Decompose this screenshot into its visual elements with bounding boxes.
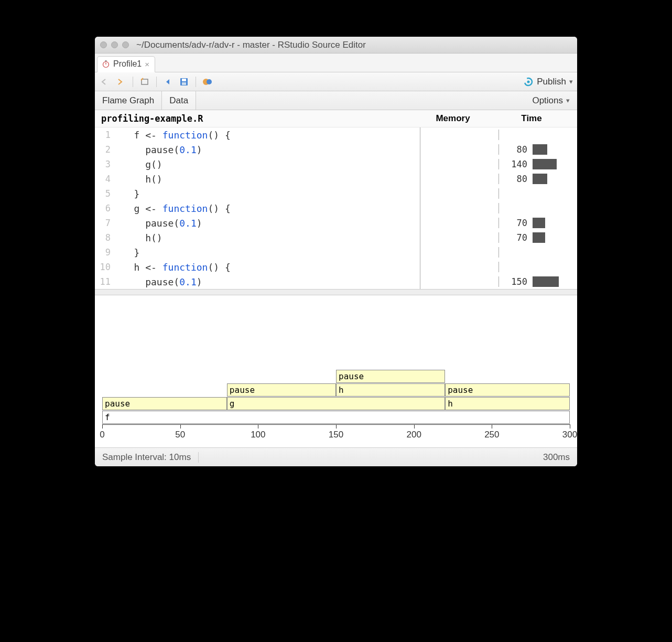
- line-number: 1: [95, 130, 117, 140]
- line-number: 10: [95, 262, 117, 272]
- time-value: 70: [499, 232, 530, 243]
- total-time-label: 300ms: [543, 452, 570, 463]
- svg-point-8: [207, 79, 212, 84]
- stopwatch-icon: [102, 60, 110, 68]
- svg-rect-5: [182, 79, 186, 81]
- memory-cell: [420, 274, 498, 289]
- tab-data[interactable]: Data: [162, 91, 196, 110]
- time-bar: [530, 218, 577, 228]
- tick-label: 300: [562, 430, 577, 440]
- time-cell: [498, 247, 577, 258]
- options-label: Options: [532, 95, 563, 106]
- sample-interval-label: Sample Interval: 10ms: [102, 452, 199, 463]
- code-text: g <- function() {: [117, 203, 420, 214]
- time-cell: [498, 188, 577, 199]
- flame-frame-h[interactable]: h: [336, 383, 445, 397]
- time-cell: [498, 203, 577, 213]
- code-line[interactable]: 2 pause(0.1)80: [95, 142, 577, 157]
- time-bar: [530, 188, 577, 199]
- code-line[interactable]: 11 pause(0.1)150: [95, 274, 577, 289]
- flame-frame-g[interactable]: g: [227, 397, 445, 410]
- window-title: ~/Documents/adv-r/adv-r - master - RStud…: [136, 40, 366, 50]
- zoom-window-button[interactable]: [122, 41, 129, 48]
- chevron-down-icon: ▾: [566, 97, 570, 104]
- code-line[interactable]: 6 g <- function() {: [95, 201, 577, 216]
- forward-icon[interactable]: [115, 76, 127, 88]
- back-icon[interactable]: [99, 76, 112, 88]
- close-window-button[interactable]: [100, 41, 107, 48]
- flame-frame-pause[interactable]: pause: [445, 383, 570, 397]
- code-line[interactable]: 8 h()70: [95, 230, 577, 245]
- flame-frame-pause[interactable]: pause: [227, 383, 336, 397]
- time-value: 80: [499, 144, 530, 155]
- tick-label: 100: [251, 430, 265, 440]
- flame-row: pausehpause: [102, 383, 570, 397]
- tab-profile1[interactable]: Profile1 ×: [97, 56, 155, 72]
- memory-cell: [420, 216, 498, 230]
- code-header: profiling-example.R Memory Time: [95, 110, 577, 127]
- tab-label: Profile1: [113, 59, 142, 69]
- flame-frame-h[interactable]: h: [445, 397, 570, 410]
- memory-cell: [420, 127, 498, 142]
- time-bar: [530, 247, 577, 258]
- flame-frame-f[interactable]: f: [102, 411, 570, 424]
- editor-window: ~/Documents/adv-r/adv-r - master - RStud…: [95, 37, 577, 466]
- code-line[interactable]: 7 pause(0.1)70: [95, 216, 577, 230]
- memory-cell: [420, 201, 498, 216]
- chevron-down-icon: ▾: [569, 78, 573, 85]
- globe-refresh-icon[interactable]: [201, 76, 214, 88]
- document-tabs: Profile1 ×: [95, 54, 577, 72]
- time-value: 80: [499, 174, 530, 184]
- memory-cell: [420, 230, 498, 245]
- status-bar: Sample Interval: 10ms 300ms: [95, 447, 577, 466]
- time-header: Time: [492, 113, 571, 124]
- time-cell: [498, 130, 577, 140]
- flame-row: pause: [102, 370, 570, 383]
- memory-cell: [420, 186, 498, 201]
- publish-button[interactable]: Publish ▾: [523, 77, 573, 87]
- save-icon[interactable]: [178, 76, 190, 88]
- memory-cell: [420, 245, 498, 260]
- flame-row: f: [102, 411, 570, 424]
- code-line[interactable]: 1 f <- function() {: [95, 127, 577, 142]
- code-line[interactable]: 10 h <- function() {: [95, 260, 577, 274]
- code-line[interactable]: 4 h()80: [95, 172, 577, 186]
- separator: [133, 77, 133, 87]
- line-number: 2: [95, 144, 117, 155]
- memory-cell: [420, 142, 498, 157]
- code-line[interactable]: 3 g()140: [95, 157, 577, 172]
- previous-icon[interactable]: [162, 76, 175, 88]
- time-cell: 140: [498, 159, 577, 169]
- code-line[interactable]: 9 }: [95, 245, 577, 260]
- pane-divider[interactable]: [95, 289, 577, 295]
- code-text: f <- function() {: [117, 130, 420, 141]
- time-bar: [530, 276, 577, 287]
- code-text: }: [117, 247, 420, 258]
- separator: [196, 77, 196, 87]
- time-cell: 70: [498, 218, 577, 228]
- titlebar[interactable]: ~/Documents/adv-r/adv-r - master - RStud…: [95, 37, 577, 54]
- time-bar: [530, 144, 577, 155]
- time-cell: 80: [498, 144, 577, 155]
- flame-frame-pause[interactable]: pause: [336, 370, 445, 383]
- minimize-window-button[interactable]: [111, 41, 118, 48]
- open-in-window-icon[interactable]: [138, 76, 151, 88]
- time-cell: 150: [498, 276, 577, 287]
- publish-label: Publish: [537, 77, 566, 87]
- profile-subtabs: Flame Graph Data Options ▾: [95, 91, 577, 110]
- code-text: pause(0.1): [117, 218, 420, 229]
- time-value: 70: [499, 218, 530, 228]
- time-cell: [498, 262, 577, 272]
- filename-label: profiling-example.R: [101, 113, 414, 124]
- line-number: 6: [95, 203, 117, 213]
- code-line[interactable]: 5 }: [95, 186, 577, 201]
- close-tab-icon[interactable]: ×: [145, 60, 149, 69]
- options-button[interactable]: Options ▾: [525, 91, 577, 110]
- code-text: g(): [117, 159, 420, 170]
- flame-graph-pane[interactable]: pausepausehpausepauseghf0501001502002503…: [95, 295, 577, 447]
- line-number: 7: [95, 218, 117, 228]
- tick-label: 250: [484, 430, 499, 440]
- tab-flame-graph[interactable]: Flame Graph: [95, 91, 162, 110]
- flame-frame-pause[interactable]: pause: [102, 397, 227, 410]
- svg-rect-3: [142, 79, 148, 84]
